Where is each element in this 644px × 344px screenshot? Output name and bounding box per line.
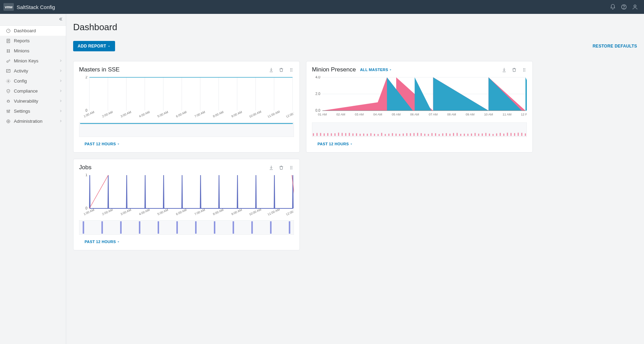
- svg-text:09 AM: 09 AM: [465, 113, 475, 116]
- shield-icon: [6, 88, 11, 94]
- sidebar-item-label: Activity: [14, 68, 28, 74]
- svg-text:11:00 AM: 11:00 AM: [267, 208, 280, 215]
- svg-point-23: [291, 71, 292, 71]
- svg-point-56: [290, 169, 291, 169]
- svg-text:9:00 AM: 9:00 AM: [231, 110, 243, 118]
- svg-text:12:00 PM: 12:00 PM: [285, 110, 294, 118]
- help-icon[interactable]: [618, 1, 629, 12]
- sidebar-item-label: Minion Keys: [14, 58, 38, 63]
- chart-icon: [6, 68, 11, 74]
- svg-text:10 AM: 10 AM: [484, 113, 493, 116]
- card-title-presence: Minion Presence: [312, 66, 356, 73]
- sidebar-item-label: Administration: [14, 119, 42, 124]
- drag-handle-icon[interactable]: [289, 165, 294, 170]
- svg-text:8:00 AM: 8:00 AM: [212, 110, 224, 118]
- chart-minion-presence: 0.02.04.001 AM02 AM03 AM04 AM05 AM06 AM0…: [312, 76, 527, 118]
- dashboard-icon: [6, 28, 11, 34]
- mini-chart-jobs[interactable]: [79, 220, 294, 235]
- download-icon[interactable]: [502, 67, 507, 72]
- svg-point-19: [291, 68, 292, 69]
- user-icon[interactable]: [629, 1, 641, 12]
- svg-rect-84: [79, 220, 294, 235]
- trash-icon[interactable]: [279, 67, 284, 72]
- master-filter-dropdown[interactable]: ALL MASTERS: [360, 68, 392, 72]
- svg-text:2:00 AM: 2:00 AM: [102, 208, 113, 215]
- card-jobs: Jobs 1:00 AM2:00 AM3:00 AM4:00 AM5:00 AM…: [73, 159, 300, 250]
- chevron-right-icon: [59, 58, 62, 63]
- svg-text:01 AM: 01 AM: [318, 113, 327, 116]
- svg-point-1: [624, 8, 624, 8]
- card-title-jobs: Jobs: [79, 164, 92, 171]
- svg-point-2: [634, 5, 636, 7]
- time-range-dropdown[interactable]: PAST 12 HOURS: [79, 142, 294, 146]
- page-title: Dashboard: [73, 22, 637, 33]
- trash-icon[interactable]: [512, 67, 517, 72]
- chevron-right-icon: [59, 98, 62, 104]
- sidebar-item-settings[interactable]: Settings: [0, 106, 66, 116]
- svg-text:1: 1: [85, 174, 87, 177]
- mini-chart-minion-presence[interactable]: [312, 122, 527, 137]
- sidebar-item-dashboard[interactable]: Dashboard: [0, 26, 66, 36]
- svg-text:07 AM: 07 AM: [429, 113, 438, 116]
- svg-text:8:00 AM: 8:00 AM: [212, 208, 224, 215]
- chart-jobs: 1:00 AM2:00 AM3:00 AM4:00 AM5:00 AM6:00 …: [79, 174, 294, 215]
- add-report-button[interactable]: ADD REPORT: [73, 41, 115, 51]
- svg-point-52: [290, 166, 291, 166]
- svg-text:02 AM: 02 AM: [337, 113, 346, 116]
- svg-text:9:00 AM: 9:00 AM: [231, 208, 243, 215]
- time-range-dropdown[interactable]: PAST 12 HOURS: [79, 240, 294, 244]
- sidebar-item-label: Settings: [14, 109, 30, 114]
- download-icon[interactable]: [269, 165, 274, 170]
- svg-point-15: [9, 110, 10, 110]
- svg-text:4.0: 4.0: [315, 76, 320, 79]
- svg-point-21: [291, 69, 292, 70]
- sidebar-item-reports[interactable]: Reports: [0, 36, 66, 46]
- gear-icon: [6, 78, 11, 84]
- svg-text:03 AM: 03 AM: [355, 113, 364, 116]
- trash-icon[interactable]: [279, 165, 284, 170]
- svg-point-8: [9, 51, 10, 52]
- sidebar-item-label: Config: [14, 78, 27, 84]
- sidebar-item-administration[interactable]: Administration: [0, 116, 66, 126]
- notifications-icon[interactable]: [607, 1, 618, 12]
- svg-text:10:00 AM: 10:00 AM: [249, 110, 262, 118]
- svg-text:5:00 AM: 5:00 AM: [157, 208, 169, 215]
- chevron-right-icon: [59, 119, 62, 124]
- sidebar-item-label: Reports: [14, 38, 30, 43]
- svg-text:7:00 AM: 7:00 AM: [194, 110, 206, 118]
- svg-rect-50: [79, 122, 294, 137]
- collapse-sidebar-icon[interactable]: [58, 17, 63, 23]
- side-nav: Dashboard Reports Minions Minion Keys Ac…: [0, 14, 66, 344]
- sidebar-item-minion-keys[interactable]: Minion Keys: [0, 56, 66, 66]
- svg-text:4:00 AM: 4:00 AM: [138, 110, 150, 118]
- sidebar-item-vulnerability[interactable]: Vulnerability: [0, 96, 66, 106]
- svg-text:08 AM: 08 AM: [447, 113, 456, 116]
- svg-point-22: [290, 71, 291, 71]
- svg-text:2.0: 2.0: [315, 92, 320, 96]
- svg-point-54: [290, 167, 291, 168]
- sidebar-item-minions[interactable]: Minions: [0, 46, 66, 56]
- sidebar-item-activity[interactable]: Activity: [0, 66, 66, 76]
- svg-point-98: [524, 68, 525, 69]
- sidebar-item-compliance[interactable]: Compliance: [0, 86, 66, 96]
- svg-text:3:00 AM: 3:00 AM: [120, 208, 132, 215]
- svg-text:11:00 AM: 11:00 AM: [267, 110, 280, 118]
- drag-handle-icon[interactable]: [289, 67, 294, 72]
- time-range-dropdown[interactable]: PAST 12 HOURS: [312, 142, 527, 146]
- svg-point-55: [291, 167, 292, 168]
- svg-text:1:00 AM: 1:00 AM: [83, 208, 95, 215]
- svg-text:04 AM: 04 AM: [373, 113, 382, 116]
- svg-point-57: [291, 169, 292, 169]
- svg-text:4:00 AM: 4:00 AM: [138, 208, 150, 215]
- mini-chart-masters[interactable]: [79, 122, 294, 137]
- sidebar-item-label: Vulnerability: [14, 98, 38, 104]
- sidebar-item-config[interactable]: Config: [0, 76, 66, 86]
- svg-point-11: [8, 80, 9, 82]
- svg-point-18: [290, 68, 291, 69]
- drag-handle-icon[interactable]: [522, 67, 527, 72]
- download-icon[interactable]: [269, 67, 274, 72]
- svg-point-16: [8, 121, 9, 122]
- restore-defaults-link[interactable]: RESTORE DEFAULTS: [593, 44, 637, 49]
- svg-point-17: [7, 120, 10, 123]
- svg-text:5:00 AM: 5:00 AM: [157, 110, 169, 118]
